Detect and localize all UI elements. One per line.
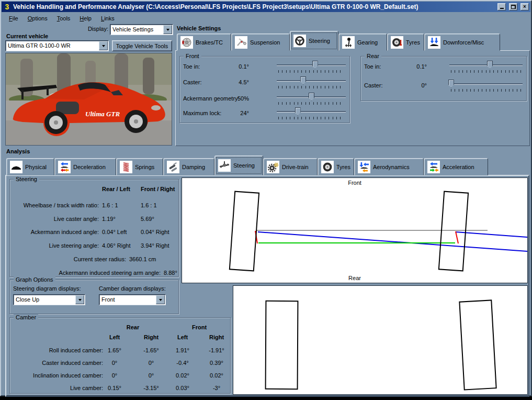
tab-analysis-steering[interactable]: Steering <box>214 155 263 175</box>
toe-in-label: Toe in: <box>183 63 200 70</box>
tab-aerodynamics[interactable]: Aerodynamics <box>354 158 424 175</box>
tab-downforce-misc[interactable]: Downforce/Misc <box>424 34 500 51</box>
camber-diagram-displays-label: Camber diagram displays: <box>99 285 166 292</box>
minimize-button[interactable] <box>497 3 506 10</box>
diagram-front-label: Front <box>182 180 527 186</box>
gears-icon <box>267 161 279 173</box>
tab-label: Steering <box>309 38 330 44</box>
tyre-icon <box>391 36 403 49</box>
row-label: Caster induced camber: <box>10 360 103 366</box>
tab-gearing[interactable]: Gearing <box>338 34 387 51</box>
left-wheel-front-view <box>266 301 298 389</box>
title-bar: 3 Vehicle Handling and Performance Analy… <box>2 2 530 12</box>
tab-acceleration[interactable]: Acceleration <box>424 158 488 175</box>
row-value: 1.91° <box>166 347 199 353</box>
row-value: 0.15° <box>98 385 131 391</box>
row-value-left: 0.04° Left <box>102 229 127 235</box>
rear-caster-slider[interactable] <box>449 80 523 92</box>
rear-toe-in-slider[interactable] <box>449 61 523 73</box>
tab-drive-train[interactable]: Drive-train <box>263 158 318 175</box>
toggle-vehicle-tools-button[interactable]: Toggle Vehicle Tools <box>112 40 172 51</box>
slider-track <box>277 64 346 66</box>
right-wheel-front-view <box>459 300 496 390</box>
ackermann-value: 50% <box>228 95 249 102</box>
row-value: 1.65° <box>98 347 131 353</box>
slider-thumb[interactable] <box>312 61 318 69</box>
vehicle-settings-tabs: Brakes/TC Suspension Steering Gearing Ty… <box>177 31 500 51</box>
camber-col-header: Left <box>98 334 131 340</box>
slider-thumb[interactable] <box>295 107 301 116</box>
column-header-front-right: Front / Right <box>141 186 175 192</box>
camber-col-header: Right <box>200 334 233 340</box>
row-value: 0.02° <box>200 372 233 379</box>
tab-steering[interactable]: Steering <box>290 31 338 51</box>
menu-tools[interactable]: Tools <box>52 14 75 23</box>
tab-physical[interactable]: Physical <box>6 158 54 175</box>
vehicle-settings-panel: Front Toe in: 0.1° Caster: 4.5° <box>175 50 530 146</box>
tab-brakes-tc[interactable]: Brakes/TC <box>177 34 231 51</box>
tab-label: Brakes/TC <box>196 39 223 46</box>
vehicle-select[interactable]: Ultima GTR 0-100-0 WR <box>5 40 109 51</box>
steering-group-title: Steering <box>14 176 39 182</box>
menu-bar: File Options Tools Help Links <box>2 13 530 23</box>
row-value: 0° <box>98 372 131 379</box>
camber-analysis-group: Camber Rear Front Left Right Left Right … <box>9 317 231 394</box>
tab-analysis-tyres[interactable]: Tyres <box>318 158 354 175</box>
row-value: 0° <box>98 360 131 366</box>
dropdown-arrow-icon[interactable] <box>75 295 84 304</box>
left-steer-line <box>258 232 527 251</box>
display-select[interactable]: Vehicle Settings <box>110 24 173 35</box>
toe-in-slider[interactable] <box>277 61 346 73</box>
dropdown-arrow-icon[interactable] <box>156 295 165 304</box>
row-label: Roll induced camber: <box>10 347 103 353</box>
slider-thumb[interactable] <box>448 80 454 88</box>
camber-diagram-select[interactable]: Front <box>99 294 166 305</box>
slider-ticks <box>278 102 344 105</box>
steering-diagram-select[interactable]: Close Up <box>13 294 85 305</box>
tab-label: Drive-train <box>282 164 309 170</box>
rear-toe-in-value: 0.1° <box>406 63 427 70</box>
tab-springs[interactable]: Springs <box>116 158 163 175</box>
slider-thumb[interactable] <box>487 61 493 69</box>
row-value-left: 1.6 : 1 <box>102 202 118 208</box>
row-label: Inclination induced camber: <box>10 372 103 379</box>
dropdown-arrow-icon[interactable] <box>163 25 172 34</box>
damper-icon <box>167 161 179 173</box>
display-select-value: Vehicle Settings <box>112 26 163 32</box>
row-label: Live caster angle: <box>10 216 99 222</box>
close-button[interactable]: × <box>520 3 529 10</box>
tab-label: Downforce/Misc <box>443 39 484 46</box>
tab-suspension[interactable]: Suspension <box>231 34 290 51</box>
window-title: Vehicle Handling and Performance Analyse… <box>13 3 494 10</box>
caster-slider[interactable] <box>277 76 346 89</box>
tab-deceleration[interactable]: Deceleration <box>54 158 116 175</box>
menu-file[interactable]: File <box>4 14 23 23</box>
maximum-lock-slider[interactable] <box>277 107 346 120</box>
row-value: 0.02° <box>166 372 199 379</box>
close-icon: × <box>523 4 526 9</box>
steering-diagram-select-value: Close Up <box>16 296 75 303</box>
ackermann-slider[interactable] <box>277 93 346 105</box>
gear-lever-icon <box>342 36 355 49</box>
camber-group-title: Camber <box>14 314 38 320</box>
slider-thumb[interactable] <box>309 93 314 101</box>
tab-label: Deceleration <box>73 164 106 170</box>
menu-options[interactable]: Options <box>23 14 52 23</box>
menu-links[interactable]: Links <box>96 14 119 23</box>
restore-button[interactable] <box>509 3 517 10</box>
slider-track <box>449 64 523 66</box>
coil-spring-icon <box>120 161 132 173</box>
menu-help[interactable]: Help <box>75 14 96 23</box>
analysis-tabs: Physical Deceleration Springs Damping St… <box>6 155 488 175</box>
diagram-rear-label: Rear <box>182 275 527 281</box>
ackermann-arm-value: 8.88° <box>164 270 177 276</box>
column-header-rear-left: Rear / Left <box>102 186 130 192</box>
maximum-lock-label: Maximum lock: <box>183 110 221 116</box>
steering-diagram-displays-label: Steering diagram displays: <box>13 285 81 292</box>
tab-damping[interactable]: Damping <box>163 158 214 175</box>
slider-thumb[interactable] <box>300 76 306 85</box>
arrow-down-icon <box>166 29 169 31</box>
dropdown-arrow-icon[interactable] <box>99 41 108 50</box>
tab-tyres[interactable]: Tyres <box>387 34 424 51</box>
tab-label: Tyres <box>406 39 420 46</box>
